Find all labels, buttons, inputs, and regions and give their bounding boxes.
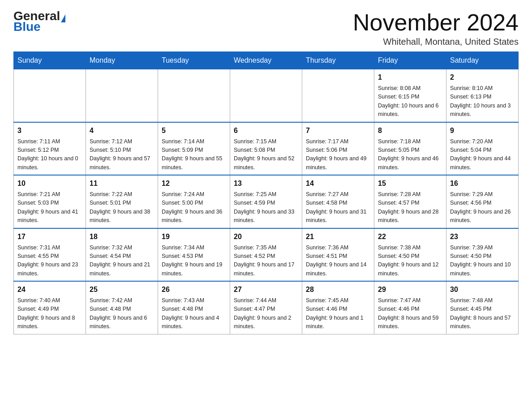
calendar-cell: 30Sunrise: 7:48 AMSunset: 4:45 PMDayligh… bbox=[446, 281, 519, 334]
day-number: 26 bbox=[162, 284, 226, 295]
day-info: Sunrise: 7:35 AMSunset: 4:52 PMDaylight:… bbox=[234, 244, 298, 278]
day-number: 12 bbox=[162, 178, 226, 189]
day-info: Sunrise: 7:48 AMSunset: 4:45 PMDaylight:… bbox=[450, 296, 515, 331]
calendar-cell: 24Sunrise: 7:40 AMSunset: 4:49 PMDayligh… bbox=[14, 281, 86, 334]
day-info: Sunrise: 7:14 AMSunset: 5:09 PMDaylight:… bbox=[162, 137, 226, 172]
day-number: 11 bbox=[90, 178, 154, 189]
calendar-cell: 8Sunrise: 7:18 AMSunset: 5:05 PMDaylight… bbox=[374, 122, 446, 176]
day-info: Sunrise: 7:15 AMSunset: 5:08 PMDaylight:… bbox=[234, 137, 298, 172]
calendar-cell: 20Sunrise: 7:35 AMSunset: 4:52 PMDayligh… bbox=[230, 228, 302, 282]
day-number: 17 bbox=[17, 231, 82, 242]
day-number: 6 bbox=[234, 125, 298, 136]
day-info: Sunrise: 7:32 AMSunset: 4:54 PMDaylight:… bbox=[90, 244, 154, 278]
day-info: Sunrise: 7:47 AMSunset: 4:46 PMDaylight:… bbox=[378, 296, 442, 331]
calendar-week-row: 24Sunrise: 7:40 AMSunset: 4:49 PMDayligh… bbox=[14, 281, 519, 334]
calendar-header-row: SundayMondayTuesdayWednesdayThursdayFrid… bbox=[14, 52, 519, 69]
calendar-cell: 26Sunrise: 7:43 AMSunset: 4:48 PMDayligh… bbox=[158, 281, 230, 334]
logo-triangle-icon bbox=[61, 14, 65, 22]
page-header: General Blue November 2024 Whitehall, Mo… bbox=[13, 9, 519, 47]
day-number: 2 bbox=[450, 72, 515, 83]
day-number: 1 bbox=[378, 72, 442, 83]
calendar-cell: 29Sunrise: 7:47 AMSunset: 4:46 PMDayligh… bbox=[374, 281, 446, 334]
day-info: Sunrise: 7:18 AMSunset: 5:05 PMDaylight:… bbox=[378, 137, 442, 172]
day-info: Sunrise: 8:10 AMSunset: 6:13 PMDaylight:… bbox=[450, 84, 515, 119]
calendar-cell: 12Sunrise: 7:24 AMSunset: 5:00 PMDayligh… bbox=[158, 175, 230, 228]
calendar-week-row: 17Sunrise: 7:31 AMSunset: 4:55 PMDayligh… bbox=[14, 228, 519, 282]
location-subtitle: Whitehall, Montana, United States bbox=[353, 37, 519, 47]
day-number: 27 bbox=[234, 284, 298, 295]
day-number: 14 bbox=[306, 178, 370, 189]
day-info: Sunrise: 7:24 AMSunset: 5:00 PMDaylight:… bbox=[162, 190, 226, 225]
day-number: 29 bbox=[378, 284, 442, 295]
weekday-header-tuesday: Tuesday bbox=[158, 52, 230, 69]
day-info: Sunrise: 7:20 AMSunset: 5:04 PMDaylight:… bbox=[450, 137, 515, 172]
day-info: Sunrise: 7:45 AMSunset: 4:46 PMDaylight:… bbox=[306, 296, 370, 331]
calendar-cell: 10Sunrise: 7:21 AMSunset: 5:03 PMDayligh… bbox=[14, 175, 86, 228]
calendar-cell: 27Sunrise: 7:44 AMSunset: 4:47 PMDayligh… bbox=[230, 281, 302, 334]
calendar-cell: 18Sunrise: 7:32 AMSunset: 4:54 PMDayligh… bbox=[86, 228, 158, 282]
calendar-week-row: 1Sunrise: 8:08 AMSunset: 6:15 PMDaylight… bbox=[14, 69, 519, 122]
calendar-table: SundayMondayTuesdayWednesdayThursdayFrid… bbox=[13, 51, 519, 334]
weekday-header-saturday: Saturday bbox=[446, 52, 519, 69]
day-number: 4 bbox=[90, 125, 154, 136]
calendar-cell: 28Sunrise: 7:45 AMSunset: 4:46 PMDayligh… bbox=[302, 281, 374, 334]
day-info: Sunrise: 8:08 AMSunset: 6:15 PMDaylight:… bbox=[378, 84, 442, 119]
weekday-header-sunday: Sunday bbox=[14, 52, 86, 69]
calendar-cell: 25Sunrise: 7:42 AMSunset: 4:48 PMDayligh… bbox=[86, 281, 158, 334]
day-number: 9 bbox=[450, 125, 515, 136]
day-info: Sunrise: 7:43 AMSunset: 4:48 PMDaylight:… bbox=[162, 296, 226, 331]
calendar-cell bbox=[158, 69, 230, 122]
day-number: 10 bbox=[17, 178, 82, 189]
weekday-header-wednesday: Wednesday bbox=[230, 52, 302, 69]
day-number: 15 bbox=[378, 178, 442, 189]
day-number: 30 bbox=[450, 284, 515, 295]
day-number: 20 bbox=[234, 231, 298, 242]
calendar-cell bbox=[86, 69, 158, 122]
calendar-cell: 22Sunrise: 7:38 AMSunset: 4:50 PMDayligh… bbox=[374, 228, 446, 282]
day-info: Sunrise: 7:28 AMSunset: 4:57 PMDaylight:… bbox=[378, 190, 442, 225]
calendar-cell: 15Sunrise: 7:28 AMSunset: 4:57 PMDayligh… bbox=[374, 175, 446, 228]
day-number: 23 bbox=[450, 231, 515, 242]
calendar-cell: 19Sunrise: 7:34 AMSunset: 4:53 PMDayligh… bbox=[158, 228, 230, 282]
day-number: 7 bbox=[306, 125, 370, 136]
calendar-cell: 3Sunrise: 7:11 AMSunset: 5:12 PMDaylight… bbox=[14, 122, 86, 176]
calendar-cell: 7Sunrise: 7:17 AMSunset: 5:06 PMDaylight… bbox=[302, 122, 374, 176]
day-number: 13 bbox=[234, 178, 298, 189]
calendar-week-row: 10Sunrise: 7:21 AMSunset: 5:03 PMDayligh… bbox=[14, 175, 519, 228]
day-number: 25 bbox=[90, 284, 154, 295]
day-info: Sunrise: 7:44 AMSunset: 4:47 PMDaylight:… bbox=[234, 296, 298, 331]
weekday-header-friday: Friday bbox=[374, 52, 446, 69]
day-number: 21 bbox=[306, 231, 370, 242]
day-number: 8 bbox=[378, 125, 442, 136]
calendar-cell: 1Sunrise: 8:08 AMSunset: 6:15 PMDaylight… bbox=[374, 69, 446, 122]
day-number: 3 bbox=[17, 125, 82, 136]
day-number: 19 bbox=[162, 231, 226, 242]
title-section: November 2024 Whitehall, Montana, United… bbox=[353, 9, 519, 47]
day-info: Sunrise: 7:21 AMSunset: 5:03 PMDaylight:… bbox=[17, 190, 82, 225]
day-info: Sunrise: 7:27 AMSunset: 4:58 PMDaylight:… bbox=[306, 190, 370, 225]
calendar-cell: 4Sunrise: 7:12 AMSunset: 5:10 PMDaylight… bbox=[86, 122, 158, 176]
calendar-cell: 21Sunrise: 7:36 AMSunset: 4:51 PMDayligh… bbox=[302, 228, 374, 282]
calendar-cell: 16Sunrise: 7:29 AMSunset: 4:56 PMDayligh… bbox=[446, 175, 519, 228]
day-info: Sunrise: 7:11 AMSunset: 5:12 PMDaylight:… bbox=[17, 137, 82, 172]
calendar-cell: 6Sunrise: 7:15 AMSunset: 5:08 PMDaylight… bbox=[230, 122, 302, 176]
calendar-cell: 9Sunrise: 7:20 AMSunset: 5:04 PMDaylight… bbox=[446, 122, 519, 176]
day-number: 24 bbox=[17, 284, 82, 295]
day-info: Sunrise: 7:31 AMSunset: 4:55 PMDaylight:… bbox=[17, 244, 82, 278]
day-info: Sunrise: 7:39 AMSunset: 4:50 PMDaylight:… bbox=[450, 244, 515, 278]
day-number: 5 bbox=[162, 125, 226, 136]
logo-blue-text: Blue bbox=[13, 20, 41, 34]
day-number: 16 bbox=[450, 178, 515, 189]
calendar-cell bbox=[14, 69, 86, 122]
day-number: 28 bbox=[306, 284, 370, 295]
month-year-title: November 2024 bbox=[353, 9, 519, 36]
weekday-header-monday: Monday bbox=[86, 52, 158, 69]
day-info: Sunrise: 7:12 AMSunset: 5:10 PMDaylight:… bbox=[90, 137, 154, 172]
calendar-cell: 2Sunrise: 8:10 AMSunset: 6:13 PMDaylight… bbox=[446, 69, 519, 122]
calendar-cell: 17Sunrise: 7:31 AMSunset: 4:55 PMDayligh… bbox=[14, 228, 86, 282]
weekday-header-thursday: Thursday bbox=[302, 52, 374, 69]
day-number: 18 bbox=[90, 231, 154, 242]
day-info: Sunrise: 7:40 AMSunset: 4:49 PMDaylight:… bbox=[17, 296, 82, 331]
calendar-week-row: 3Sunrise: 7:11 AMSunset: 5:12 PMDaylight… bbox=[14, 122, 519, 176]
logo: General Blue bbox=[13, 9, 65, 34]
